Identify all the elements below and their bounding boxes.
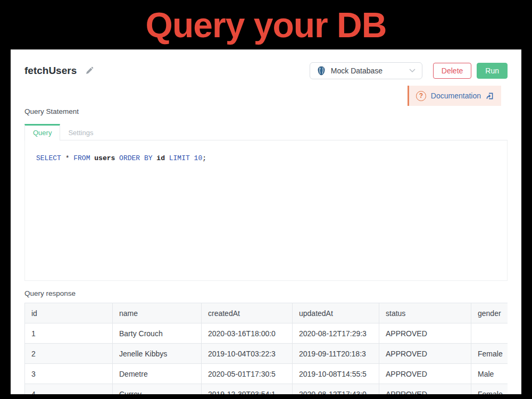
column-header: name [113, 303, 202, 323]
table-cell: 2019-12-30T03:54:1 [202, 384, 293, 395]
query-response-label: Query response [24, 289, 508, 297]
documentation-banner[interactable]: ? Documentation [408, 86, 501, 106]
chevron-down-icon [409, 69, 415, 73]
page-title: Query your DB [146, 5, 387, 45]
column-header: createdAt [202, 303, 293, 323]
column-header: id [25, 303, 113, 323]
query-statement-label: Query Statement [24, 107, 508, 115]
query-title-group: fetchUsers [24, 65, 94, 77]
table-cell: APPROVED [379, 344, 471, 364]
sql-editor[interactable]: SELECT * FROM users ORDER BY id LIMIT 10… [24, 140, 508, 281]
table-row: 4Currey2019-12-30T03:54:12020-08-12T17:4… [25, 384, 508, 395]
page: { "page_title": "Query your DB", "colors… [0, 0, 532, 399]
table-cell: 2020-08-12T17:43:0 [293, 384, 379, 395]
results-table: idnamecreatedAtupdatedAtstatusgenderavat… [24, 303, 508, 394]
toolbar: Mock Database Delete Run [310, 62, 508, 79]
table-cell: 2019-09-11T20:18:3 [293, 344, 379, 364]
tab-settings[interactable]: Settings [60, 126, 101, 140]
table-cell: APPROVED [379, 323, 471, 344]
table-row: 2Jenelle Kibbys2019-10-04T03:22:32019-09… [25, 344, 508, 364]
table-cell: 2019-10-08T14:55:5 [293, 364, 379, 384]
postgres-icon [317, 66, 326, 76]
column-header: status [379, 303, 471, 323]
table-cell [471, 323, 508, 344]
results-table-container[interactable]: idnamecreatedAtupdatedAtstatusgenderavat… [24, 303, 508, 394]
table-cell: 2 [25, 344, 113, 364]
panel-header: fetchUsers Mock Database [11, 49, 521, 80]
title-bar: Query your DB [0, 0, 532, 49]
column-header: gender [471, 303, 508, 323]
column-header: updatedAt [293, 303, 379, 323]
table-cell: Jenelle Kibbys [113, 344, 202, 364]
documentation-link[interactable]: Documentation [431, 92, 481, 100]
table-cell: 2020-03-16T18:00:0 [202, 323, 293, 344]
delete-button[interactable]: Delete [433, 63, 471, 79]
tab-settings-label: Settings [68, 129, 93, 137]
help-question-icon: ? [416, 91, 426, 101]
sql-code: SELECT * FROM users ORDER BY id LIMIT 10… [36, 154, 507, 162]
table-row: 3Demetre2020-05-01T17:30:52019-10-08T14:… [25, 364, 508, 384]
table-cell: 1 [25, 323, 113, 344]
table-cell: Barty Crouch [113, 323, 202, 344]
table-cell: 4 [25, 384, 113, 395]
tab-query[interactable]: Query [24, 124, 60, 140]
tab-bar: Query Settings [24, 123, 508, 140]
edit-pencil-icon[interactable] [85, 66, 94, 75]
table-cell: 3 [25, 364, 113, 384]
query-name: fetchUsers [24, 65, 77, 77]
table-header-row: idnamecreatedAtupdatedAtstatusgenderavat… [25, 303, 508, 323]
database-select[interactable]: Mock Database [310, 62, 422, 79]
table-cell: Male [471, 364, 508, 384]
table-cell: Currey [113, 384, 202, 395]
query-panel: fetchUsers Mock Database [11, 49, 521, 394]
table-cell: Demetre [113, 364, 202, 384]
tab-query-label: Query [33, 129, 52, 137]
table-cell: 2020-08-12T17:29:3 [293, 323, 379, 344]
table-body: 1Barty Crouch2020-03-16T18:00:02020-08-1… [25, 323, 508, 395]
table-cell: APPROVED [379, 364, 471, 384]
table-cell: Female [471, 384, 508, 395]
table-cell: 2019-10-04T03:22:3 [202, 344, 293, 364]
table-cell: Female [471, 344, 508, 364]
database-select-value: Mock Database [331, 66, 404, 75]
open-docs-icon [486, 92, 494, 100]
table-row: 1Barty Crouch2020-03-16T18:00:02020-08-1… [25, 323, 508, 344]
run-button[interactable]: Run [477, 63, 508, 79]
table-cell: APPROVED [379, 384, 471, 395]
table-cell: 2020-05-01T17:30:5 [202, 364, 293, 384]
